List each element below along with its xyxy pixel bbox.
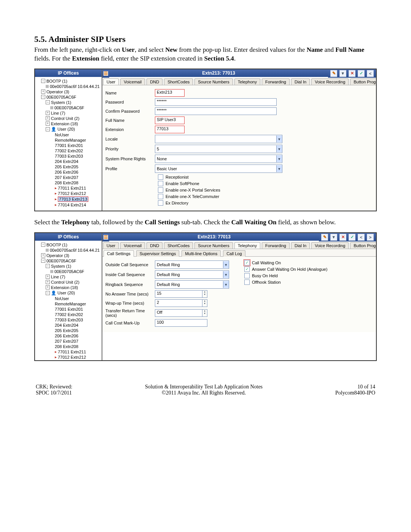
tab-user[interactable]: User [103, 242, 119, 249]
tree-user[interactable]: User (20) [57, 291, 75, 295]
collapse-icon[interactable]: − [46, 264, 50, 268]
tree-u214[interactable]: 77014 Extn214 [58, 203, 86, 207]
tab-dial-in[interactable]: Dial In [291, 78, 310, 85]
ok-button[interactable]: ✓ [358, 70, 365, 77]
tree-rootmac[interactable]: 00E00705AC6F [46, 259, 76, 263]
tree-u205[interactable]: 205 Extn205 [55, 328, 78, 333]
noanswer-field[interactable]: 15 [155, 290, 202, 298]
tree-u208[interactable]: 208 Extn208 [55, 181, 78, 185]
spinner-icon[interactable]: ▲▼ [202, 299, 207, 307]
softphone-checkbox[interactable] [158, 181, 163, 186]
subtab-call-settings[interactable]: Call Settings [104, 250, 134, 257]
tree-system[interactable]: System (1) [51, 100, 71, 105]
tab-voicemail[interactable]: Voicemail [120, 78, 145, 85]
expand-icon[interactable]: + [41, 89, 45, 94]
tree-mac[interactable]: 00e00705ac6f 10.64.44.21 [50, 84, 100, 89]
collapse-icon[interactable]: − [41, 95, 45, 99]
expand-icon[interactable]: + [46, 121, 50, 126]
tree-remote[interactable]: RemoteManager [55, 138, 86, 142]
tree-operator[interactable]: Operator (3) [46, 89, 69, 94]
dropdown-button[interactable]: ▾ [339, 70, 346, 77]
tab-dial-in[interactable]: Dial In [291, 242, 310, 249]
nav-tree[interactable]: −BOOTP (1) 00e00705ac6f 10.64.44.21 +Ope… [35, 241, 102, 360]
tab-button-prog[interactable]: Button Prog [350, 242, 376, 249]
tree-u203[interactable]: 77003 Extn203 [55, 154, 83, 158]
expand-icon[interactable]: + [41, 253, 45, 257]
tree-u207[interactable]: 207 Extn207 [55, 175, 78, 180]
exdir-checkbox[interactable] [158, 200, 163, 206]
offhook-checkbox[interactable] [244, 280, 250, 285]
tab-shortcodes[interactable]: ShortCodes [164, 242, 193, 249]
tree-sysmac[interactable]: 00E00705AC6F [54, 105, 84, 110]
tab-shortcodes[interactable]: ShortCodes [164, 78, 193, 85]
tab-voice-recording[interactable]: Voice Recording [311, 242, 349, 249]
extension-field[interactable]: 77013 [155, 126, 185, 133]
tree-extension[interactable]: Extension (18) [51, 285, 78, 290]
inside-call-select[interactable]: Default Ring▾ [155, 270, 229, 279]
tree-u204[interactable]: 204 Extn204 [55, 159, 78, 164]
tab-telephony[interactable]: Telephony [234, 242, 260, 249]
spinner-icon[interactable]: ▲▼ [202, 290, 207, 298]
tree-sysmac[interactable]: 00E00705AC6F [54, 269, 84, 274]
collapse-icon[interactable]: − [41, 243, 45, 247]
tree-bootp[interactable]: BOOTP (1) [46, 79, 67, 83]
tree-u204[interactable]: 204 Extn204 [55, 323, 78, 328]
forward-button[interactable]: > [367, 234, 374, 241]
tab-button-prog[interactable]: Button Prog [350, 78, 376, 85]
expand-icon[interactable]: + [46, 111, 50, 115]
tree-u208[interactable]: 208 Extn208 [55, 344, 78, 349]
tree-control[interactable]: Control Unit (2) [51, 280, 80, 284]
tab-voicemail[interactable]: Voicemail [120, 242, 145, 249]
tree-extension[interactable]: Extension (18) [51, 121, 78, 126]
answerhold-checkbox[interactable] [244, 267, 250, 272]
tree-u213-selected[interactable]: 77013 Extn213 [58, 197, 88, 202]
collapse-icon[interactable]: − [41, 259, 45, 263]
fullname-field[interactable]: SIP User3 [155, 117, 185, 124]
transfer-field[interactable]: Off [155, 309, 202, 317]
expand-icon[interactable]: + [46, 280, 50, 284]
new-button[interactable]: ✎ [330, 70, 337, 77]
tree-u206[interactable]: 206 Extn206 [55, 170, 78, 174]
callwaiting-checkbox[interactable] [244, 260, 250, 265]
tree-user[interactable]: User (20) [57, 127, 75, 131]
tree-operator[interactable]: Operator (3) [46, 253, 69, 258]
cost-field[interactable]: 100 [155, 319, 207, 327]
portal-checkbox[interactable] [158, 187, 163, 193]
ringback-select[interactable]: Default Ring▾ [155, 280, 229, 289]
expand-icon[interactable]: + [46, 285, 50, 289]
tree-u211[interactable]: 77011 Extn211 [58, 186, 86, 190]
tree-control[interactable]: Control Unit (2) [51, 116, 80, 121]
locale-select[interactable]: ▾ [155, 135, 282, 143]
confirm-password-field[interactable]: ****** [155, 107, 277, 115]
busy-checkbox[interactable] [244, 273, 250, 278]
spinner-icon[interactable]: ▲▼ [202, 309, 207, 317]
receptionist-checkbox[interactable] [158, 174, 163, 180]
tree-line[interactable]: Line (7) [51, 111, 65, 115]
subtab-multiline[interactable]: Multi-line Options [182, 250, 221, 257]
expand-icon[interactable]: + [46, 116, 50, 120]
subtab-calllog[interactable]: Call Log [223, 250, 245, 257]
new-button[interactable]: ✎ [321, 234, 328, 241]
tree-u212[interactable]: 77012 Extn212 [58, 355, 86, 359]
name-field[interactable]: Extn213 [155, 89, 185, 97]
tree-u201[interactable]: 77001 Extn201 [55, 143, 83, 148]
tree-rootmac[interactable]: 00E00705AC6F [46, 95, 76, 99]
tree-u203[interactable]: 77003 Extn203 [55, 318, 83, 322]
tree-u206[interactable]: 206 Extn206 [55, 334, 78, 338]
nav-tree[interactable]: −BOOTP (1) 00e00705ac6f 10.64.44.21 +Ope… [35, 77, 102, 208]
collapse-icon[interactable]: − [41, 79, 45, 83]
ok-button[interactable]: ✓ [349, 234, 355, 241]
priority-select[interactable]: 5▾ [155, 145, 282, 153]
tree-u207[interactable]: 207 Extn207 [55, 339, 78, 343]
tree-u212[interactable]: 77012 Extn212 [58, 191, 86, 196]
tab-dnd[interactable]: DND [147, 78, 162, 85]
delete-button[interactable]: ✕ [339, 234, 346, 241]
tree-bootp[interactable]: BOOTP (1) [46, 243, 67, 247]
password-field[interactable]: ****** [155, 98, 277, 106]
dropdown-button[interactable]: ▾ [330, 234, 337, 241]
tree-u211[interactable]: 77011 Extn211 [58, 350, 86, 354]
tab-source-numbers[interactable]: Source Numbers [194, 242, 233, 249]
subtab-supervisor[interactable]: Supervisor Settings [136, 250, 179, 257]
tree-u201[interactable]: 77001 Extn201 [55, 307, 83, 312]
back-button[interactable]: < [367, 70, 374, 77]
